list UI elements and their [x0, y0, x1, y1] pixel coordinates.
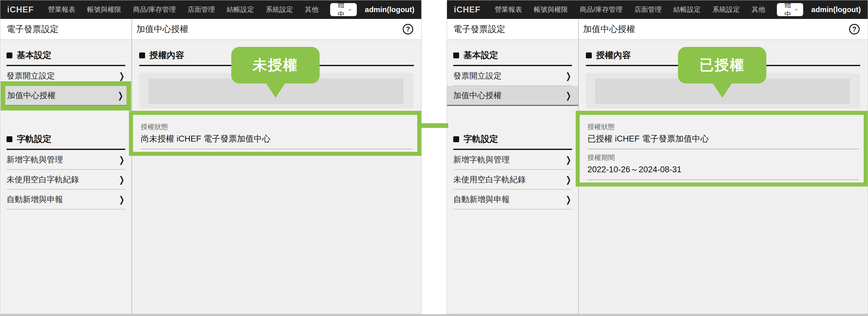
- sidebar: 電子發票設定 基本設定 發票開立設定 ❯ 加值中心授權 ❯: [447, 19, 579, 314]
- nav-item-product-inventory[interactable]: 商品/庫存管理: [580, 5, 622, 14]
- help-icon[interactable]: ?: [849, 24, 860, 34]
- nav-item-system-settings[interactable]: 系統設定: [712, 5, 740, 14]
- top-nav: iCHEF 營業報表 帳號與權限 商品/庫存管理 店面管理 結帳設定 系統設定 …: [447, 0, 868, 19]
- sidebar-item-label: 發票開立設定: [6, 70, 55, 81]
- chevron-right-icon: ❯: [119, 154, 124, 165]
- page-bottom-edge: [0, 314, 868, 316]
- callout-bubble-authorized: 已授權: [678, 47, 766, 84]
- sidebar-item-label: 自動新增與申報: [6, 194, 63, 205]
- nav-item-others[interactable]: 其他: [751, 5, 765, 14]
- section-heading-label: 基本設定: [17, 49, 52, 61]
- chevron-right-icon: ❯: [565, 154, 571, 165]
- callout-tail: [712, 82, 733, 98]
- sidebar-item-value-center-authorization[interactable]: 加值中心授權 ❯: [5, 86, 126, 106]
- sidebar-item-auto-add-declare[interactable]: 自動新增與申報 ❯: [6, 190, 125, 209]
- content-title: 加值中心授權: [583, 23, 635, 35]
- sidebar-item-label: 發票開立設定: [453, 70, 502, 81]
- nav-item-system-settings[interactable]: 系統設定: [266, 5, 293, 14]
- sidebar-item-label: 自動新增與申報: [453, 194, 509, 205]
- square-bullet-icon: [586, 53, 592, 58]
- account-logout-link[interactable]: admin(logout): [365, 5, 414, 14]
- nav-item-sales-report[interactable]: 營業報表: [495, 5, 522, 14]
- language-select[interactable]: 繁體中文 ⌄: [777, 3, 803, 16]
- status-content: 授權狀態 尚未授權 iCHEF 電子發票加值中心: [133, 115, 417, 152]
- chevron-right-icon: ❯: [565, 194, 571, 205]
- chevron-down-icon: ⌄: [347, 5, 352, 12]
- sidebar-item-unused-blank-track-records[interactable]: 未使用空白字軌紀錄 ❯: [453, 170, 572, 190]
- chevron-right-icon: ❯: [119, 71, 124, 81]
- language-select[interactable]: 繁體中文 ⌄: [330, 3, 357, 16]
- status-content: 授權狀態 已授權 iCHEF 電子發票加值中心 授權期間 2022-10-26～…: [580, 115, 864, 182]
- panel-authorized: iCHEF 營業報表 帳號與權限 商品/庫存管理 店面管理 結帳設定 系統設定 …: [447, 0, 868, 314]
- sidebar-item-unused-blank-track-records[interactable]: 未使用空白字軌紀錄 ❯: [6, 170, 125, 190]
- status-field: 授權狀態 已授權 iCHEF 電子發票加值中心: [587, 120, 859, 149]
- sidebar-item-auto-add-declare[interactable]: 自動新增與申報 ❯: [453, 190, 572, 209]
- sidebar-item-label: 未使用空白字軌紀錄: [453, 174, 526, 185]
- nav-item-checkout-settings[interactable]: 結帳設定: [227, 5, 254, 14]
- chevron-down-icon: ⌄: [794, 5, 799, 12]
- section-heading-track: 字軌設定: [453, 133, 572, 150]
- field-label: 授權期間: [587, 153, 859, 162]
- section-heading-label: 授權內容: [149, 49, 184, 61]
- section-heading-basic: 基本設定: [6, 49, 125, 66]
- callout-bubble-unauthorized: 未授權: [231, 47, 320, 84]
- brand-logo[interactable]: iCHEF: [454, 5, 480, 15]
- content-header: 加值中心授權 ?: [132, 19, 421, 40]
- section-heading-label: 字軌設定: [17, 133, 52, 145]
- status-field: 授權狀態 尚未授權 iCHEF 電子發票加值中心: [141, 120, 413, 149]
- sidebar-item-label: 加值中心授權: [7, 90, 56, 101]
- panel-columns: 電子發票設定 基本設定 發票開立設定 ❯ 加值中心授權 ❯: [447, 19, 868, 314]
- nav-item-sales-report[interactable]: 營業報表: [48, 5, 75, 14]
- sidebar-section-track: 字軌設定 新增字軌與管理 ❯ 未使用空白字軌紀錄 ❯ 自動新增與申報 ❯: [447, 133, 578, 209]
- content-header: 加值中心授權 ?: [579, 19, 868, 40]
- sidebar-item-add-track-management[interactable]: 新增字軌與管理 ❯: [453, 150, 572, 170]
- sidebar-section-track: 字軌設定 新增字軌與管理 ❯ 未使用空白字軌紀錄 ❯ 自動新增與申報 ❯: [0, 133, 131, 209]
- top-nav: iCHEF 營業報表 帳號與權限 商品/庫存管理 店面管理 結帳設定 系統設定 …: [0, 0, 421, 19]
- section-heading-basic: 基本設定: [453, 49, 572, 66]
- square-bullet-icon: [6, 136, 12, 142]
- nav-item-accounts-permissions[interactable]: 帳號與權限: [87, 5, 121, 14]
- square-bullet-icon: [453, 136, 459, 142]
- chevron-right-icon: ❯: [119, 194, 124, 205]
- brand-logo[interactable]: iCHEF: [7, 5, 34, 15]
- sidebar-item-value-center-authorization[interactable]: 加值中心授權 ❯: [447, 86, 578, 106]
- panel-unauthorized: iCHEF 營業報表 帳號與權限 商品/庫存管理 店面管理 結帳設定 系統設定 …: [0, 0, 422, 314]
- period-field: 授權期間 2022-10-26～2024-08-31: [587, 150, 859, 180]
- square-bullet-icon: [453, 53, 459, 58]
- chevron-right-icon: ❯: [119, 174, 124, 185]
- connector-line: [421, 123, 448, 128]
- sidebar-item-add-track-management[interactable]: 新增字軌與管理 ❯: [6, 150, 125, 170]
- field-value: 已授權 iCHEF 電子發票加值中心: [587, 133, 859, 144]
- nav-item-product-inventory[interactable]: 商品/庫存管理: [133, 5, 176, 14]
- callout-label: 未授權: [253, 56, 298, 75]
- callout-label: 已授權: [700, 56, 745, 75]
- square-bullet-icon: [6, 53, 12, 58]
- sidebar-item-label: 加值中心授權: [453, 90, 502, 101]
- chevron-right-icon: ❯: [565, 90, 571, 100]
- sidebar-title: 電子發票設定: [0, 19, 131, 40]
- sidebar-section-basic: 基本設定 發票開立設定 ❯ 加值中心授權 ❯: [0, 49, 131, 106]
- section-heading-track: 字軌設定: [6, 133, 125, 150]
- nav-item-others[interactable]: 其他: [305, 5, 318, 14]
- sidebar-item-invoice-issue-settings[interactable]: 發票開立設定 ❯: [6, 66, 125, 86]
- chevron-right-icon: ❯: [118, 90, 123, 100]
- chevron-right-icon: ❯: [565, 174, 571, 185]
- account-logout-link[interactable]: admin(logout): [811, 5, 861, 14]
- nav-item-accounts-permissions[interactable]: 帳號與權限: [534, 5, 568, 14]
- callout-tail: [266, 82, 286, 98]
- status-highlight-box: 授權狀態 已授權 iCHEF 電子發票加值中心 授權期間 2022-10-26～…: [576, 111, 868, 186]
- sidebar-section-basic: 基本設定 發票開立設定 ❯ 加值中心授權 ❯: [447, 49, 578, 106]
- panel-columns: 電子發票設定 基本設定 發票開立設定 ❯ 加值中心授權 ❯: [0, 19, 421, 314]
- content-title: 加值中心授權: [136, 23, 188, 35]
- sidebar-item-label: 新增字軌與管理: [6, 154, 63, 165]
- nav-item-checkout-settings[interactable]: 結帳設定: [673, 5, 701, 14]
- help-icon[interactable]: ?: [403, 24, 413, 34]
- nav-item-store-management[interactable]: 店面管理: [634, 5, 661, 14]
- sidebar-item-label: 未使用空白字軌紀錄: [6, 174, 79, 185]
- sidebar-item-invoice-issue-settings[interactable]: 發票開立設定 ❯: [453, 66, 572, 86]
- section-heading-label: 基本設定: [463, 49, 498, 61]
- section-heading-label: 字軌設定: [463, 133, 498, 145]
- sidebar-item-label: 新增字軌與管理: [453, 154, 509, 165]
- field-label: 授權狀態: [587, 122, 859, 132]
- nav-item-store-management[interactable]: 店面管理: [188, 5, 215, 14]
